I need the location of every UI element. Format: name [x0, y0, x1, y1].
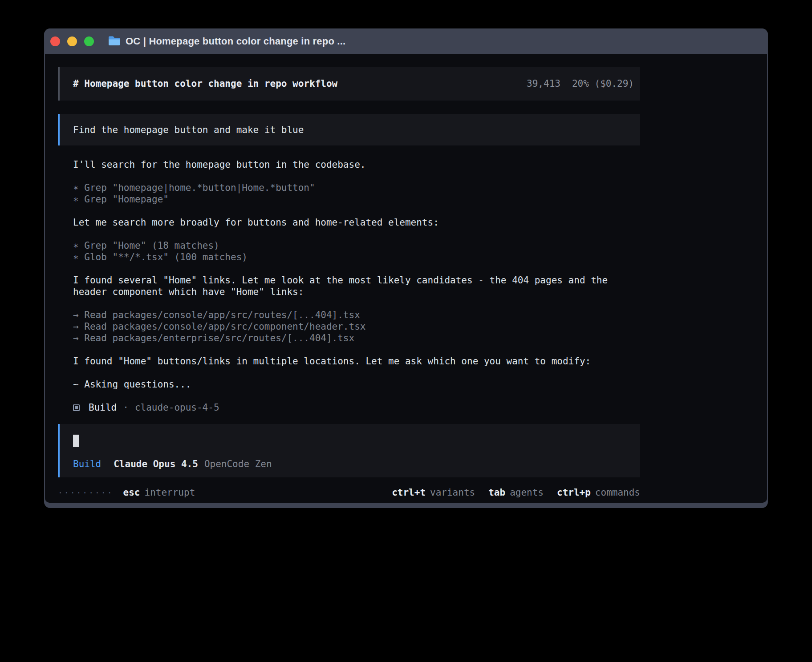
assistant-text: I found "Home" buttons/links in multiple…	[73, 355, 640, 367]
input-status-bar: Build Claude Opus 4.5 OpenCode Zen	[73, 459, 627, 469]
shortcut-key: ctrl+p	[557, 487, 591, 498]
minimize-button[interactable]	[67, 36, 77, 46]
close-button[interactable]	[50, 36, 60, 46]
assistant-text: Let me search more broadly for buttons a…	[73, 217, 640, 228]
shortcut-commands[interactable]: ctrl+p commands	[557, 487, 640, 498]
status-line: ~ Asking questions...	[73, 379, 640, 390]
shortcut-agents[interactable]: tab agents	[488, 487, 544, 498]
tool-call-group: ∗ Grep "Home" (18 matches) ∗ Glob "**/*.…	[73, 240, 640, 263]
session-stats: 39,413 20% ($0.29)	[527, 78, 634, 89]
file-read-group: → Read packages/console/app/src/routes/[…	[73, 309, 640, 344]
tool-call-grep: ∗ Grep "Homepage"	[73, 194, 640, 205]
shortcut-variants[interactable]: ctrl+t variants	[392, 487, 475, 498]
token-count: 39,413	[527, 78, 560, 89]
tool-call-grep: ∗ Grep "homepage|home.*button|Home.*butt…	[73, 182, 640, 194]
agent-icon	[73, 404, 80, 411]
separator-dot: ·	[123, 402, 129, 413]
input-mode-label[interactable]: Build	[73, 459, 101, 469]
shortcut-interrupt[interactable]: esc interrupt	[123, 487, 195, 498]
agent-status-row: Build · claude-opus-4-5	[73, 402, 640, 413]
file-read: → Read packages/console/app/src/componen…	[73, 321, 640, 332]
context-usage: 20% ($0.29)	[572, 78, 634, 89]
tool-call-grep: ∗ Grep "Home" (18 matches)	[73, 240, 640, 251]
shortcut-label: agents	[510, 487, 544, 498]
session-title: # Homepage button color change in repo w…	[73, 78, 337, 89]
zoom-button[interactable]	[84, 36, 94, 46]
window-titlebar[interactable]: OC | Homepage button color change in rep…	[44, 28, 768, 54]
status-footer: ········· esc interrupt ctrl+t variants …	[58, 487, 640, 498]
footer-left: ········· esc interrupt	[58, 487, 195, 498]
tool-call-group: ∗ Grep "homepage|home.*button|Home.*butt…	[73, 182, 640, 205]
shortcut-label: variants	[430, 487, 475, 498]
window-title: OC | Homepage button color change in rep…	[126, 36, 345, 47]
footer-right: ctrl+t variants tab agents ctrl+p comman…	[392, 487, 640, 498]
session-header: # Homepage button color change in repo w…	[58, 67, 640, 101]
traffic-lights	[50, 36, 94, 46]
file-read: → Read packages/enterprise/src/routes/[.…	[73, 332, 640, 344]
input-provider-label: OpenCode Zen	[204, 459, 272, 469]
shortcut-label: interrupt	[144, 487, 195, 498]
text-cursor	[73, 435, 79, 447]
agent-name: Build	[89, 402, 117, 413]
user-message-text: Find the homepage button and make it blu…	[73, 125, 304, 135]
assistant-text: I'll search for the homepage button in t…	[73, 159, 640, 170]
shortcut-key: tab	[488, 487, 505, 498]
input-model-label[interactable]: Claude Opus 4.5	[114, 459, 198, 469]
shortcut-key: ctrl+t	[392, 487, 426, 498]
assistant-text: I found several "Home" links. Let me loo…	[73, 274, 640, 298]
spinner-dots: ·········	[58, 488, 114, 497]
file-read: → Read packages/console/app/src/routes/[…	[73, 309, 640, 321]
shortcut-label: commands	[595, 487, 640, 498]
user-message: Find the homepage button and make it blu…	[58, 114, 640, 145]
shortcut-key: esc	[123, 487, 140, 498]
title-group: OC | Homepage button color change in rep…	[108, 36, 345, 48]
terminal-window: OC | Homepage button color change in rep…	[44, 28, 768, 508]
conversation: I'll search for the homepage button in t…	[58, 159, 640, 413]
agent-model: claude-opus-4-5	[135, 402, 219, 413]
prompt-input[interactable]: Build Claude Opus 4.5 OpenCode Zen	[58, 424, 640, 477]
terminal-body: # Homepage button color change in repo w…	[45, 54, 767, 503]
tool-call-glob: ∗ Glob "**/*.tsx" (100 matches)	[73, 251, 640, 263]
folder-icon	[108, 36, 120, 48]
